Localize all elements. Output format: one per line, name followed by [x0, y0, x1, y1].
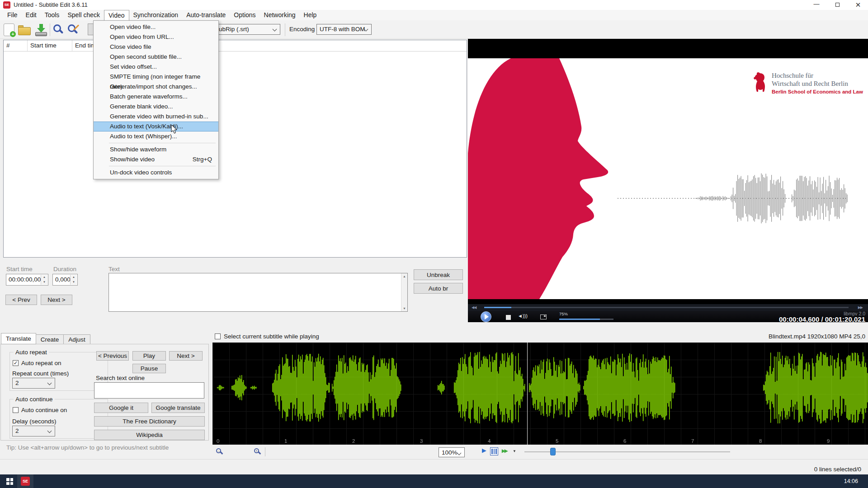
waveform-canvas[interactable] [212, 343, 868, 445]
select-current-subtitle-label: Select current subtitle while playing [224, 333, 319, 340]
menu-item-smpte-timing-non-integer-frame-rate[interactable]: SMPTE timing (non integer frame rate) [94, 72, 218, 82]
close-button[interactable]: ✕ [848, 0, 868, 10]
grid-bar-icon [495, 449, 497, 454]
waveform-zoom-combo[interactable]: 100% [439, 447, 465, 457]
minimize-button[interactable]: — [807, 0, 826, 10]
menubar-item-networking[interactable]: Networking [260, 10, 300, 20]
subtitle-format-combo[interactable]: SubRip (.srt) [212, 24, 280, 35]
menu-item-show-hide-waveform[interactable]: Show/hide waveform [94, 145, 218, 155]
speaker-icon[interactable]: ◄))) [518, 313, 528, 319]
scroll-up-icon[interactable]: ▲ [401, 275, 407, 278]
menu-item-close-video-file[interactable]: Close video file [94, 42, 218, 52]
menu-item-open-second-subtitle-file[interactable]: Open second subtitle file... [94, 52, 218, 62]
menu-item-show-hide-video[interactable]: Show/hide videoStrg+Q [94, 155, 218, 164]
menu-item-audio-to-text-whisper[interactable]: Audio to text (Whisper)... [94, 131, 218, 141]
partially-hidden-toolbar-icon[interactable] [88, 23, 93, 35]
toolbar-separator [265, 447, 265, 456]
auto-repeat-checkbox[interactable]: ✓ [13, 360, 19, 366]
encoding-combo[interactable]: UTF-8 with BOM [316, 24, 372, 35]
next-button[interactable]: Next > [169, 351, 203, 361]
spectrogram-toggle-button[interactable] [490, 447, 498, 455]
wikipedia-button[interactable]: Wikipedia [94, 430, 205, 440]
maximize-button[interactable] [827, 0, 847, 10]
subtitle-text-area[interactable]: ▲▼ [108, 273, 408, 312]
stop-button[interactable] [506, 315, 511, 320]
menubar-item-tools[interactable]: Tools [41, 10, 64, 20]
playback-speed-button[interactable]: ▶▶ [502, 448, 507, 453]
column-start-time[interactable]: Start time [28, 40, 72, 51]
auto-br-button[interactable]: Auto br [414, 283, 463, 294]
zoom-in-button[interactable]: + [254, 448, 259, 453]
duration-spinner[interactable]: 0,000 ▲▼ [52, 274, 78, 286]
auto-continue-checkbox[interactable] [13, 407, 19, 413]
scroll-down-icon[interactable]: ▼ [401, 307, 407, 310]
column-number[interactable]: # [4, 40, 28, 51]
play-subtitle-button[interactable]: Play [132, 351, 166, 361]
find-button[interactable] [53, 24, 61, 32]
menubar-item-video[interactable]: Video [104, 10, 129, 20]
seek-track[interactable] [484, 307, 849, 308]
pause-button[interactable]: Pause [132, 364, 166, 373]
seek-forward-icon[interactable]: ▶▶ [858, 305, 863, 310]
menubar-item-edit[interactable]: Edit [22, 10, 41, 20]
unbreak-button[interactable]: Unbreak [414, 269, 463, 280]
list-header: # Start time End time [4, 40, 467, 52]
menu-item-generate-import-shot-changes[interactable]: Generate/import shot changes... [94, 82, 218, 92]
taskbar-subtitle-edit-icon[interactable]: SE [21, 477, 30, 486]
zoom-out-button[interactable]: − [216, 448, 221, 453]
prev-subtitle-button[interactable]: < Prev [5, 295, 37, 305]
fullscreen-button[interactable] [540, 314, 547, 319]
spinner-arrows-icon[interactable]: ▲▼ [70, 275, 77, 285]
google-translate-button[interactable]: Google translate [151, 403, 205, 413]
menu-item-generate-video-with-burned-in-sub[interactable]: Generate video with burned-in sub... [94, 112, 218, 122]
tab-create[interactable]: Create [36, 334, 64, 344]
repeat-count-combo[interactable]: 2 [12, 378, 55, 389]
open-file-button[interactable] [18, 23, 31, 36]
menu-item-batch-generate-waveforms[interactable]: Batch generate waveforms... [94, 92, 218, 102]
menu-item-open-video-from-url[interactable]: Open video from URL... [94, 32, 218, 42]
menu-item-audio-to-text-vosk-kaldi[interactable]: Audio to text (Vosk/Kaldi)... [94, 122, 218, 131]
speed-dropdown-icon[interactable]: ▼ [513, 449, 516, 453]
search-online-input[interactable] [94, 382, 204, 399]
free-dictionary-button[interactable]: The Free Dictionary [94, 416, 205, 427]
menu-item-open-video-file[interactable]: Open video file... [94, 22, 218, 32]
volume-slider[interactable] [559, 319, 613, 320]
google-it-button[interactable]: Google it [94, 403, 148, 413]
menu-item-un-dock-video-controls[interactable]: Un-dock video controls [94, 168, 218, 178]
auto-continue-group-label: Auto continue [14, 396, 55, 403]
waveform-playhead[interactable] [527, 343, 528, 445]
menubar-item-synchronization[interactable]: Synchronization [129, 10, 183, 20]
spinner-arrows-icon[interactable]: ▲▼ [41, 275, 47, 285]
position-slider-thumb[interactable] [550, 448, 556, 455]
play-button[interactable] [481, 311, 491, 322]
delay-combo[interactable]: 2 [12, 426, 55, 436]
delay-value: 2 [15, 427, 19, 434]
start-time-spinner[interactable]: 00:00:00,000 ▲▼ [6, 274, 48, 286]
menubar-item-file[interactable]: File [3, 10, 22, 20]
auto-repeat-group: Auto repeat ✓ Auto repeat on Repeat coun… [9, 352, 108, 391]
tab-adjust[interactable]: Adjust [64, 334, 90, 344]
video-frame[interactable]: Hochschule für Wirtschaft und Recht Berl… [468, 58, 868, 299]
audio-waveform-area[interactable]: 0123456789 [212, 343, 868, 445]
save-button[interactable] [35, 23, 47, 36]
ruler-second-label: 5 [556, 438, 558, 444]
new-file-button[interactable]: + [4, 23, 14, 36]
windows-start-button[interactable] [6, 478, 13, 485]
menubar-item-options[interactable]: Options [230, 10, 259, 20]
menu-item-generate-blank-video[interactable]: Generate blank video... [94, 102, 218, 112]
subtitle-list[interactable]: # Start time End time [3, 40, 467, 258]
previous-button[interactable]: < Previous [96, 351, 129, 361]
waveform-play-button[interactable]: ▶ [482, 447, 486, 454]
video-seek-bar[interactable]: ◀◀ ▶▶ [468, 304, 868, 311]
next-subtitle-button[interactable]: Next > [41, 295, 72, 305]
tab-translate[interactable]: Translate [1, 333, 36, 344]
menubar-item-help[interactable]: Help [300, 10, 321, 20]
replace-button[interactable] [68, 24, 75, 32]
scrollbar[interactable]: ▲▼ [401, 273, 407, 311]
seek-back-icon[interactable]: ◀◀ [472, 305, 476, 310]
select-current-subtitle-checkbox[interactable] [215, 333, 221, 339]
menu-item-set-video-offset[interactable]: Set video offset... [94, 62, 218, 72]
menubar-item-spell-check[interactable]: Spell check [63, 10, 104, 20]
video-player-pane[interactable]: Hochschule für Wirtschaft und Recht Berl… [468, 39, 868, 322]
menubar-item-auto-translate[interactable]: Auto-translate [182, 10, 230, 20]
